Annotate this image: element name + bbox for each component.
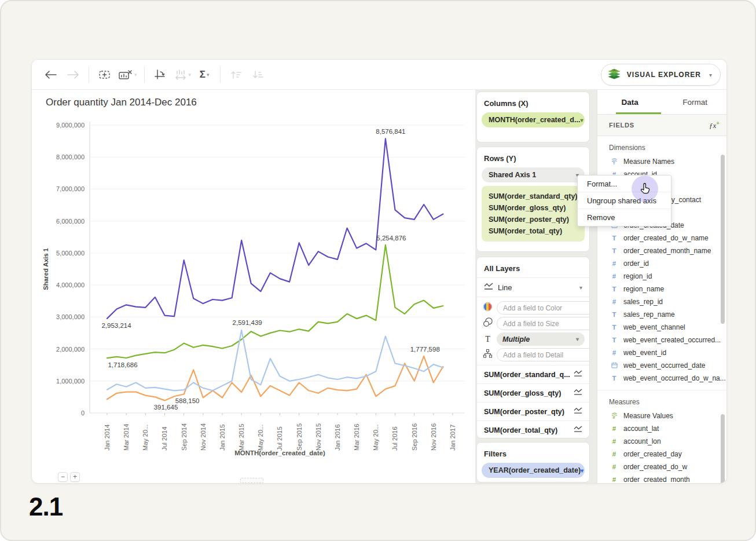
detail-encoding-icon bbox=[483, 349, 493, 361]
chart-element: 2,591,439 bbox=[233, 319, 262, 326]
field-item[interactable]: Torder_created_do_w_name bbox=[597, 232, 727, 244]
chart-element: 391,645 bbox=[154, 404, 178, 411]
field-item[interactable]: #order_created_do_w bbox=[597, 460, 727, 473]
filter-field-pill[interactable]: YEAR(order_created_date) ▾ bbox=[482, 463, 585, 478]
add-calculated-field-icon[interactable]: ƒx+ bbox=[709, 120, 720, 130]
field-item[interactable]: #order_created_day bbox=[597, 448, 727, 460]
number-field-icon: # bbox=[610, 463, 618, 470]
chart-element: 7,000,000 bbox=[56, 185, 85, 192]
text-field-icon: T bbox=[610, 375, 618, 382]
resize-bars-icon[interactable]: ▾ bbox=[174, 65, 192, 84]
rows-shelf: Rows (Y) Shared Axis 1 ▾ SUM(order_stand… bbox=[476, 147, 590, 252]
text-field-icon: T bbox=[610, 247, 618, 254]
label-field-pill[interactable]: Multiple ▾ bbox=[497, 332, 585, 346]
context-menu-item[interactable]: Ungroup shared axis bbox=[578, 192, 671, 209]
field-item[interactable]: #account_lat bbox=[597, 422, 727, 435]
layer-field-row[interactable]: SUM(order_standard_q... bbox=[477, 365, 589, 383]
size-field-input[interactable] bbox=[497, 317, 590, 330]
visual-explorer-button[interactable]: VISUAL EXPLORER ▾ bbox=[601, 64, 721, 86]
visual-explorer-window: ▾ ▾ Σ ▾ bbox=[31, 59, 727, 484]
number-field-icon: # bbox=[610, 425, 618, 432]
field-item-label: order_created_month bbox=[623, 476, 690, 484]
chart-element: Mar 2016 bbox=[353, 424, 360, 451]
field-item[interactable]: Tregion_name bbox=[597, 283, 727, 295]
layer-field-label: SUM(order_poster_qty) bbox=[484, 408, 564, 416]
chart-element: May 20... bbox=[257, 425, 264, 451]
color-encoding-icon bbox=[483, 302, 493, 314]
measures-scrollbar[interactable] bbox=[721, 414, 725, 484]
series-SUM(order_gloss_qty) bbox=[107, 356, 443, 401]
columns-field-label: MONTH(order_created_d... bbox=[489, 116, 580, 124]
field-item[interactable]: TMeasure Names bbox=[597, 155, 727, 168]
shared-axis-field[interactable]: SUM(order_poster_qty) bbox=[482, 214, 585, 225]
layer-field-rows: SUM(order_standard_q...SUM(order_gloss_q… bbox=[477, 365, 589, 438]
chart-element: Shared Axis 1 bbox=[42, 248, 49, 290]
forward-arrow-icon[interactable] bbox=[64, 65, 82, 84]
detail-field-input[interactable] bbox=[497, 348, 590, 361]
field-item-label: Measure Names bbox=[623, 158, 674, 166]
field-item[interactable]: #account_lon bbox=[597, 435, 727, 448]
number-field-icon: # bbox=[610, 438, 618, 445]
chart-element: 1,718,686 bbox=[108, 361, 137, 368]
back-arrow-icon[interactable] bbox=[42, 65, 60, 84]
remove-chart-icon[interactable]: ▾ bbox=[118, 65, 137, 84]
dimensions-scrollbar[interactable] bbox=[721, 155, 725, 324]
chart-element: Sep 2014 bbox=[181, 423, 188, 451]
chart-element: 1,777,598 bbox=[410, 346, 440, 353]
shared-axis-field[interactable]: SUM(order_standard_qty) bbox=[482, 191, 585, 202]
chart-element: Jan 2014 bbox=[104, 425, 111, 451]
shared-axis-field[interactable]: SUM(order_total_qty) bbox=[482, 225, 585, 237]
layer-field-row[interactable]: SUM(order_gloss_qty) bbox=[477, 383, 589, 402]
chart-element: Sep 2016 bbox=[411, 423, 418, 451]
field-item[interactable]: web_event_occurred_date bbox=[597, 359, 727, 372]
number-field-icon: # bbox=[610, 298, 618, 305]
field-item[interactable]: #order_id bbox=[597, 257, 727, 270]
swap-axes-icon[interactable] bbox=[152, 65, 169, 84]
field-item[interactable]: #order_created_month bbox=[597, 473, 727, 484]
chevron-down-icon: ▾ bbox=[579, 284, 582, 291]
line-chart-icon bbox=[574, 426, 582, 434]
sort-descending-icon[interactable] bbox=[249, 65, 267, 84]
shared-axis-field[interactable]: SUM(order_gloss_qty) bbox=[482, 202, 585, 214]
chevron-down-icon: ▾ bbox=[581, 467, 583, 474]
field-item[interactable]: Tweb_event_created_occurred... bbox=[597, 334, 727, 346]
number-field-icon: # bbox=[610, 349, 618, 356]
color-field-input[interactable] bbox=[497, 301, 590, 315]
duplicate-tile-icon[interactable] bbox=[96, 65, 113, 84]
figure-number-label: 2.1 bbox=[29, 492, 63, 521]
shared-axis-pill[interactable]: Shared Axis 1 ▾ bbox=[482, 167, 585, 182]
chart-element: 6,000,000 bbox=[56, 218, 85, 225]
tab-data[interactable]: Data bbox=[597, 90, 663, 114]
mark-type-dropdown[interactable]: Line ▾ bbox=[477, 278, 589, 297]
columns-field-pill[interactable]: MONTH(order_created_d... ▾ bbox=[482, 112, 585, 127]
field-item[interactable]: Tweb_event_channel bbox=[597, 321, 727, 334]
aggregate-sigma-icon[interactable]: Σ ▾ bbox=[196, 65, 213, 84]
chevron-down-icon: ▾ bbox=[134, 72, 137, 78]
zoom-out-button[interactable]: − bbox=[58, 472, 68, 482]
layer-field-row[interactable]: SUM(order_total_qty) bbox=[477, 421, 589, 438]
field-item-label: region_id bbox=[623, 272, 652, 280]
chart-element: May 20... bbox=[142, 425, 149, 451]
context-menu-item[interactable]: Remove bbox=[578, 209, 671, 226]
field-item-label: order_created_do_w_name bbox=[623, 234, 709, 242]
chart-element: Nov 2015 bbox=[315, 423, 322, 451]
text-field-icon: T bbox=[610, 311, 618, 318]
field-item[interactable]: #web_event_id bbox=[597, 346, 727, 359]
field-item-label: sales_rep_name bbox=[623, 310, 675, 319]
chart-scrollbar-handle[interactable] bbox=[240, 478, 263, 483]
field-item[interactable]: Torder_created_month_name bbox=[597, 244, 727, 257]
tab-format[interactable]: Format bbox=[663, 90, 728, 114]
field-item[interactable]: #sales_rep_id bbox=[597, 295, 727, 308]
field-item[interactable]: Tsales_rep_name bbox=[597, 308, 727, 321]
field-item[interactable]: #Measure Values bbox=[597, 410, 727, 422]
chart-element: Jul 2014 bbox=[161, 426, 168, 451]
field-item-label: web_event_occurred_do_w_na... bbox=[623, 374, 726, 382]
field-item-label: account_lon bbox=[623, 437, 661, 445]
layer-field-row[interactable]: SUM(order_poster_qty) bbox=[477, 402, 589, 421]
chart-element: 3,000,000 bbox=[56, 313, 85, 320]
zoom-in-button[interactable]: + bbox=[70, 472, 80, 482]
label-encoding-icon: T bbox=[483, 335, 493, 344]
sort-ascending-icon[interactable] bbox=[227, 65, 245, 84]
field-item[interactable]: #region_id bbox=[597, 270, 727, 283]
field-item[interactable]: Tweb_event_occurred_do_w_na... bbox=[597, 372, 727, 385]
